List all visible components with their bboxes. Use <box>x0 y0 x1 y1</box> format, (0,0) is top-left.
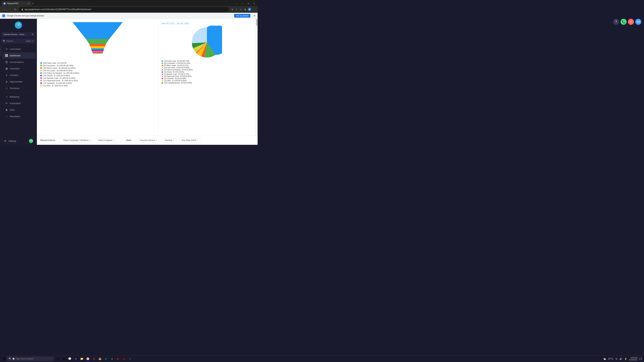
scroll-handle[interactable] <box>256 19 258 26</box>
sidebar-item-conversations[interactable]: Conversations <box>2 59 36 65</box>
pie-section: Dec 29, 2021 - Jun 30, 2022 <box>158 19 256 135</box>
sidebar-item-label: Opportunities <box>10 80 23 83</box>
chevron-down-icon: ▾ <box>156 139 157 141</box>
tab-bar: PipelinePRO ✕ + ⌄ — ⊡ ✕ <box>0 0 258 6</box>
sidebar-item-label: Calendars <box>10 67 20 70</box>
pending-dropdown[interactable]: Pending ▾ <box>162 138 176 143</box>
legend-item: (24) Hot Leads - $ 2,035.00 (9.16%) <box>40 69 155 71</box>
search-placeholder: Search <box>6 40 25 42</box>
tab-list-btn[interactable]: ⌄ <box>234 2 239 5</box>
sidebar-item-calendars[interactable]: ▦ Calendars <box>2 65 36 72</box>
svg-point-0 <box>4 3 5 4</box>
back-btn[interactable]: ← <box>2 8 6 11</box>
launchpad-icon: ⊙ <box>5 47 8 50</box>
profile-icon[interactable]: B <box>248 8 251 11</box>
svg-marker-8 <box>72 22 123 39</box>
pie-legend-dot <box>162 63 163 64</box>
legend-item: (33) Warm Leads - $ 2,035.00 (12.60%) <box>40 67 155 69</box>
pie-legend-dot <box>162 82 163 84</box>
maximize-btn[interactable]: ⊡ <box>246 2 250 5</box>
notification-bar: Google Chrome isn't your default browser… <box>0 13 258 19</box>
campaign-workflow-dropdown[interactable]: Select Campaign / Workflow ▾ <box>61 138 92 143</box>
forward-btn[interactable]: → <box>8 8 12 11</box>
due-date-dropdown[interactable]: Due Date (ASC) ▾ <box>180 138 200 143</box>
funnel-svg <box>69 22 126 57</box>
pie-legend-item: (11) Hot Leads - $ 200.00 (4.00%) <box>162 67 252 68</box>
campaign-workflow-label: Select Campaign / Workflow <box>63 139 88 141</box>
set-default-btn[interactable]: Set as default <box>234 14 250 17</box>
minimize-btn[interactable]: — <box>240 2 245 5</box>
location-selector[interactable]: Payment Servers -- Boca... ⇅ <box>1 32 36 36</box>
legend-item: (13) Follow Up Needed - $ 1,835.00 (4.96… <box>40 72 155 74</box>
sidebar-item-opportunities[interactable]: ◈ Opportunities <box>2 78 36 85</box>
svg-marker-14 <box>92 51 104 52</box>
location-chevron-icon: ⇅ <box>32 33 33 35</box>
pie-legend-item: (10) Lost/abandoned - $ 0.00 (3.64%) <box>162 82 252 84</box>
window-controls: ⌄ — ⊡ ✕ <box>234 2 256 5</box>
right-scrollbar[interactable] <box>256 19 258 135</box>
pie-legend: (167) New Lead - $ 0.00 (60.73%) (61) Co… <box>162 60 252 84</box>
sidebar-item-payments[interactable]: ◇ Payments <box>2 85 36 91</box>
sidebar-item-launchpad[interactable]: ⊙ Launchpad <box>2 46 36 52</box>
address-actions: ⬆ ☆ ● ⧫ B ⋮ <box>230 8 256 11</box>
sidebar-item-dashboard[interactable]: Dashboard <box>2 52 36 59</box>
active-tab[interactable]: PipelinePRO ✕ <box>1 1 32 6</box>
pie-legend-dot <box>162 76 163 77</box>
divider <box>121 138 121 143</box>
share-icon[interactable]: ⬆ <box>230 8 234 11</box>
sidebar-item-automation[interactable]: ⟳ Automation <box>2 100 36 106</box>
sidebar-item-label: Dashboard <box>10 54 20 57</box>
pie-legend-item: (2) Spanish Lead - $ 0.00 (0.73%) <box>162 73 252 75</box>
new-tab-btn[interactable]: + <box>32 2 34 5</box>
manual-actions-label: Manual Actions <box>40 139 55 141</box>
legend-item: (95) Contacted - $ 2,235.00 (36.26%) <box>40 64 155 66</box>
add-icon[interactable]: + <box>32 39 34 42</box>
pie-chart-container <box>162 27 252 57</box>
pie-legend-dot <box>162 65 163 66</box>
sidebar-item-sites[interactable]: ◉ Sites <box>2 107 36 113</box>
notif-close-btn[interactable]: ✕ <box>254 14 256 17</box>
legend-dot <box>40 72 42 74</box>
chrome-icon[interactable]: ● <box>239 8 242 11</box>
collapse-btn[interactable]: ‹ <box>29 139 33 143</box>
chevron-down-icon: ▾ <box>197 139 198 141</box>
svg-rect-4 <box>5 56 6 57</box>
sidebar-item-label: Automation <box>10 102 21 105</box>
legend-dot <box>40 70 42 71</box>
payment-servers-label: Payment Servers <box>140 139 155 141</box>
location-name: Payment Servers -- Boca... <box>3 33 26 35</box>
bottom-bar: Manual Actions Select Campaign / Workflo… <box>37 135 258 145</box>
menu-icon[interactable]: ⋮ <box>252 8 256 11</box>
app-layout: Payment Servers -- Boca... ⇅ 🔍 Search ct… <box>0 19 258 145</box>
browser-chrome: PipelinePRO ✕ + ⌄ — ⊡ ✕ ← → ↻ 🔒 app.gopi… <box>0 0 258 19</box>
assignee-dropdown[interactable]: Select Assignee ▾ <box>96 138 116 143</box>
legend-dot <box>40 65 42 66</box>
extensions-icon[interactable]: ⧫ <box>244 8 247 11</box>
search-shortcut: ctrl K <box>26 40 31 42</box>
chevron-down-icon: ▾ <box>90 139 90 141</box>
tab-close-btn[interactable]: ✕ <box>28 2 30 5</box>
pie-legend-item: (11) Won - $ 1,835.00 (4.00%) <box>162 80 252 82</box>
sidebar-item-settings[interactable]: ⚙ Settings ‹ <box>1 137 36 145</box>
sidebar-item-label: Launchpad <box>10 48 20 50</box>
legend-dot <box>40 62 42 64</box>
svg-marker-16 <box>92 52 103 53</box>
address-bar: ← → ↻ 🔒 app.gopipelinepro.com/v2/locatio… <box>0 6 258 13</box>
legend-dot <box>40 85 42 86</box>
sidebar-item-reputation[interactable]: ☆ Reputation <box>2 113 36 119</box>
url-box[interactable]: 🔒 app.gopipelinepro.com/v2/location/ZZo8… <box>19 7 229 12</box>
search-box[interactable]: 🔍 Search ctrl K + <box>1 38 36 43</box>
contacts-icon: ♦ <box>5 73 8 77</box>
chevron-down-icon: ▾ <box>113 139 114 141</box>
pie-legend-dot <box>162 78 163 79</box>
automation-icon: ⟳ <box>5 102 8 105</box>
refresh-btn[interactable]: ↻ <box>14 8 18 11</box>
close-btn[interactable]: ✕ <box>252 2 256 5</box>
sidebar-item-contacts[interactable]: ♦ Contacts <box>2 72 36 78</box>
sites-icon: ◉ <box>5 108 8 111</box>
search-icon: 🔍 <box>3 40 6 42</box>
payment-servers-dropdown[interactable]: Payment Servers ▾ <box>138 138 159 143</box>
bookmark-icon[interactable]: ☆ <box>235 8 238 11</box>
sidebar-item-label: Payments <box>10 87 20 89</box>
sidebar-item-marketing[interactable]: ◁ Marketing <box>2 93 36 100</box>
